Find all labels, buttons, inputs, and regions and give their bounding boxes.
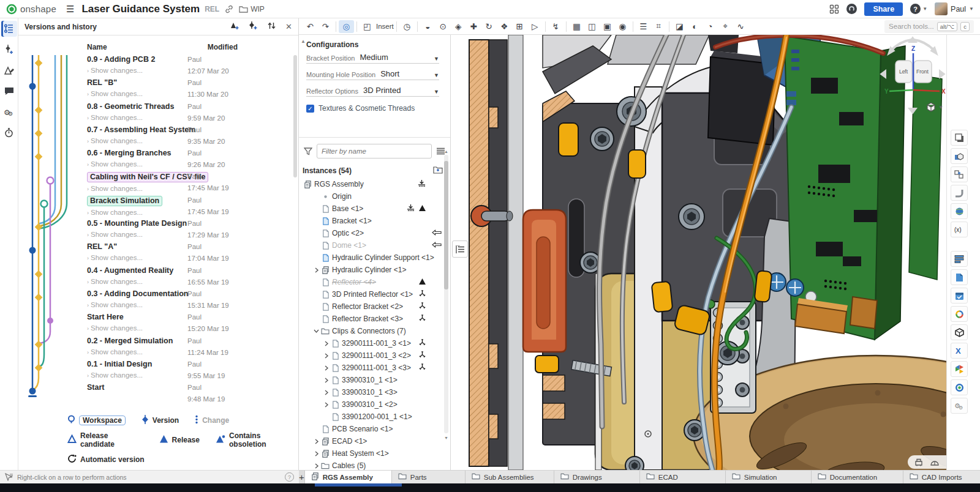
redo-icon[interactable]: ↷: [318, 20, 333, 33]
config-select[interactable]: Reflector Options3D Printed▼: [306, 86, 439, 97]
dome-view-icon[interactable]: [930, 458, 940, 466]
model-bumper[interactable]: [523, 210, 566, 352]
show-changes-link[interactable]: ›Show changes...: [87, 231, 187, 238]
pattern-icon[interactable]: ▦: [569, 20, 584, 33]
cube-shield-icon[interactable]: [951, 324, 968, 340]
web-icon[interactable]: [951, 203, 968, 219]
tree-item[interactable]: Hydraulic Cylinder Support <1>: [299, 252, 450, 264]
create-version-icon[interactable]: [1, 42, 17, 58]
simulation-icon[interactable]: ∿: [733, 20, 748, 33]
tab-ecad[interactable]: ECAD: [640, 471, 726, 483]
user-menu[interactable]: Paul ▼: [935, 2, 974, 15]
release-icon[interactable]: [1, 62, 17, 78]
tree-item[interactable]: 32900111-001_3 <2>: [299, 349, 450, 362]
create-version-icon[interactable]: [249, 21, 258, 32]
show-changes-link[interactable]: ›Show changes...: [87, 67, 187, 74]
chevron-right-icon[interactable]: [322, 353, 330, 359]
chevron-right-icon[interactable]: [312, 463, 320, 469]
instances-scrollbar-thumb[interactable]: [444, 161, 448, 289]
model-base-section-wall[interactable]: [469, 40, 507, 466]
show-changes-link[interactable]: ›Show changes...: [87, 90, 187, 97]
named-views-icon[interactable]: ◔: [703, 20, 718, 33]
mirror-icon[interactable]: ◫: [584, 20, 600, 33]
chevron-right-icon[interactable]: [312, 267, 320, 273]
show-changes-link[interactable]: ›Show changes...: [87, 209, 187, 216]
chevron-right-icon[interactable]: [322, 378, 330, 383]
bom-icon[interactable]: ☰: [636, 20, 651, 33]
tree-item[interactable]: ECAD <1>: [299, 435, 450, 447]
scroll-up-icon[interactable]: ▲: [444, 149, 448, 154]
sync-icon[interactable]: ◎: [339, 20, 354, 33]
tree-item[interactable]: Base <1>: [299, 203, 450, 215]
structure-icon[interactable]: ⌗: [651, 20, 666, 33]
tree-item[interactable]: Reflector Bracket <2>: [299, 300, 450, 313]
integrations-icon[interactable]: ⚙⚙: [1, 104, 17, 120]
document-blue-icon[interactable]: [951, 269, 968, 285]
show-changes-link[interactable]: ›Show changes...: [87, 114, 187, 121]
tab-sub-assemblies[interactable]: Sub Assemblies: [466, 471, 554, 483]
snap-mode-icon[interactable]: ◈: [451, 20, 466, 33]
tree-item[interactable]: 33901200-001_1 <1>: [299, 411, 450, 423]
tree-item[interactable]: Heat System <1>: [299, 447, 450, 460]
tree-item[interactable]: Cables (5): [299, 460, 450, 470]
share-button[interactable]: Share: [864, 2, 903, 16]
animate-icon[interactable]: ▷: [527, 20, 543, 33]
history-icon[interactable]: ◷: [399, 20, 415, 33]
time-icon[interactable]: [1, 125, 17, 141]
linked-documents-icon[interactable]: [951, 166, 968, 182]
tree-item[interactable]: Reflector Bracket <3>: [299, 313, 450, 325]
comment-icon[interactable]: [1, 83, 17, 99]
cad-model[interactable]: [451, 35, 946, 470]
workspace-folder-icon[interactable]: [239, 6, 248, 13]
scroll-down-icon[interactable]: ▼: [444, 436, 448, 440]
show-changes-link[interactable]: ›Show changes...: [87, 278, 187, 285]
tree-item[interactable]: PCB Scenario <1>: [299, 423, 450, 435]
chevron-right-icon[interactable]: [322, 341, 330, 346]
onshape-logo[interactable]: onshape: [6, 4, 56, 15]
explode-icon[interactable]: ❖: [497, 20, 512, 33]
versions-history-icon[interactable]: [1, 21, 17, 37]
target-icon[interactable]: [951, 379, 968, 395]
tree-item[interactable]: 32900111-001_3 <1>: [299, 337, 450, 349]
chevron-right-icon[interactable]: [322, 390, 330, 395]
measure-icon[interactable]: ⌖: [718, 20, 733, 33]
compare-icon[interactable]: [267, 21, 276, 32]
pinwheel-icon[interactable]: [951, 361, 968, 377]
close-icon[interactable]: ✕: [285, 22, 292, 31]
mate-connector-icon[interactable]: ⊙: [435, 20, 451, 33]
model-tree-toggle[interactable]: [452, 240, 468, 258]
document-panel-icon[interactable]: [951, 130, 968, 146]
hamburger-menu-icon[interactable]: ☰: [66, 4, 74, 15]
search-tools[interactable]: Search tools... alt/⌥ c: [884, 20, 974, 33]
gears-icon[interactable]: ⚙⚙: [951, 398, 968, 414]
tree-item[interactable]: Reflector <4>: [299, 276, 450, 288]
tree-item[interactable]: 33900310_1 <3>: [299, 386, 450, 398]
show-changes-link[interactable]: ›Show changes...: [87, 254, 187, 261]
tree-item[interactable]: RGS Assembly: [299, 178, 450, 190]
mate-icon[interactable]: ◒: [420, 20, 435, 33]
status-help-icon[interactable]: ?: [285, 472, 294, 482]
tree-item[interactable]: Optic <2>: [299, 227, 450, 239]
tab-cad-imports[interactable]: CAD Imports: [903, 471, 980, 483]
move-part-icon[interactable]: ✚: [466, 20, 481, 33]
insert-icon[interactable]: ◰: [360, 20, 375, 33]
view-options-menu[interactable]: ▼: [926, 102, 943, 112]
routing-icon[interactable]: [951, 185, 968, 201]
show-changes-link[interactable]: ›Show changes...: [87, 348, 187, 356]
notes-icon[interactable]: [951, 251, 968, 267]
link-icon[interactable]: [225, 5, 233, 13]
chevron-right-icon[interactable]: [322, 365, 330, 371]
apps-grid-icon[interactable]: [829, 4, 839, 14]
chevron-right-icon[interactable]: [322, 402, 330, 408]
properties-cube-icon[interactable]: [951, 148, 968, 164]
rotate-part-icon[interactable]: ↻: [481, 20, 497, 33]
tree-item[interactable]: 33900310_1 <1>: [299, 374, 450, 386]
tree-item[interactable]: 33900310_1 <2>: [299, 398, 450, 411]
tree-item[interactable]: Origin: [299, 190, 450, 203]
tree-item[interactable]: Clips & Connectors (7): [299, 325, 450, 337]
collapse-panel-icon[interactable]: ▲: [301, 39, 306, 44]
textures-checkbox-row[interactable]: ✓ Textures & Cosmetic Threads: [306, 104, 443, 113]
featurescript-icon[interactable]: (x): [951, 222, 968, 237]
chevron-down-icon[interactable]: [312, 329, 320, 334]
config-select[interactable]: Bracket PositionMedium▼: [306, 53, 439, 64]
